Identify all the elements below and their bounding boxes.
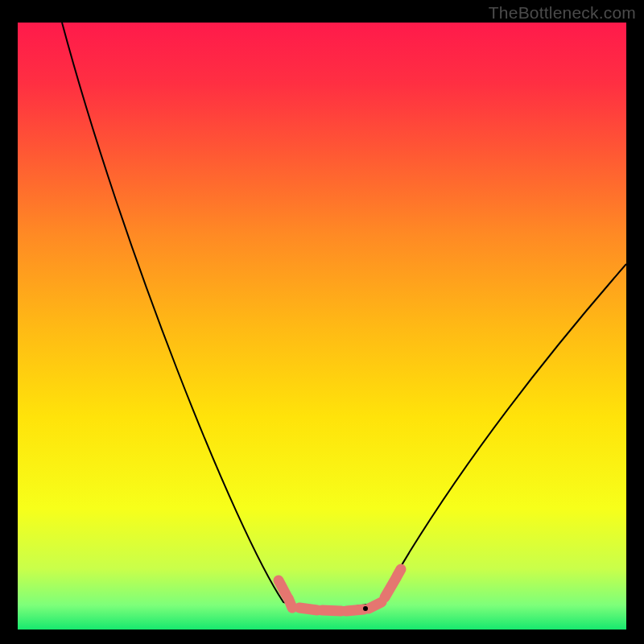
highlight-dash (322, 610, 341, 611)
highlight-dash (346, 609, 364, 611)
highlight-dash (288, 598, 292, 608)
highlight-dash (397, 569, 401, 576)
watermark-text: TheBottleneck.com (489, 3, 636, 23)
plot-area (18, 23, 626, 630)
plot-svg (18, 23, 626, 630)
highlight-dash (299, 608, 317, 610)
min-marker-dot (363, 606, 368, 611)
chart-stage: TheBottleneck.com (0, 0, 644, 644)
highlight-dash (279, 580, 287, 596)
gradient-background (18, 23, 626, 630)
highlight-dash (369, 602, 382, 609)
